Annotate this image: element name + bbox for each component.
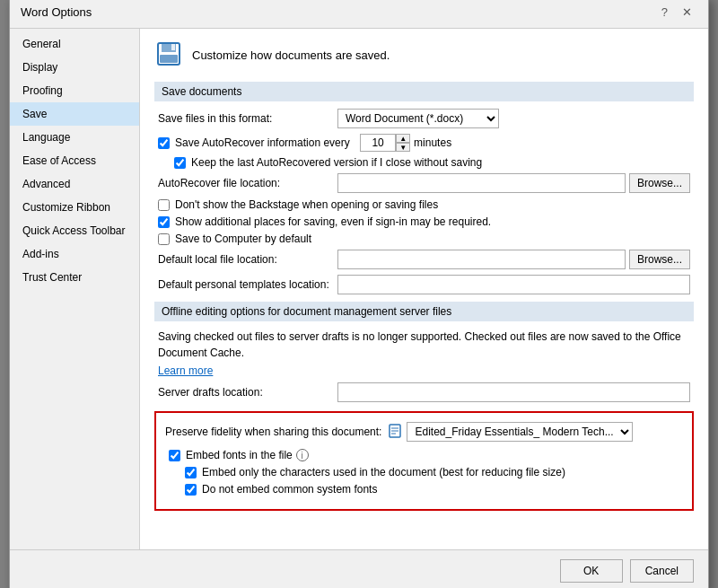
word-options-dialog: Word Options ? ✕ General Display Proofin…: [9, 0, 709, 588]
default-local-label: Default local file location:: [158, 253, 337, 266]
save-docs-header: Save documents: [154, 82, 694, 101]
sidebar-item-trust[interactable]: Trust Center: [10, 266, 139, 289]
offline-header: Offline editing options for document man…: [154, 302, 694, 321]
format-label: Save files in this format:: [158, 112, 337, 125]
sidebar-item-advanced[interactable]: Advanced: [10, 172, 139, 196]
offline-description: Saving checked out files to server draft…: [154, 329, 694, 361]
embed-fonts-row: Embed fonts in the file i: [165, 449, 683, 461]
cancel-button[interactable]: Cancel: [630, 559, 694, 583]
server-drafts-row: Server drafts location: C:\Users\srishti…: [154, 382, 694, 402]
server-drafts-label: Server drafts location:: [158, 386, 337, 399]
doc-icon: [389, 424, 401, 441]
sidebar: General Display Proofing Save Language E…: [10, 29, 140, 549]
autorecover-minutes-input[interactable]: [360, 134, 396, 152]
dialog-title: Word Options: [21, 5, 92, 19]
save-to-computer-row: Save to Computer by default: [154, 233, 694, 245]
title-bar-controls: ? ✕: [656, 4, 697, 21]
dialog-footer: OK Cancel: [10, 549, 708, 588]
svg-rect-2: [160, 55, 178, 63]
default-templates-row: Default personal templates location:: [154, 275, 694, 294]
preserve-section: Preserve fidelity when sharing this docu…: [154, 411, 694, 511]
sidebar-item-customize[interactable]: Customize Ribbon: [10, 196, 139, 219]
server-drafts-control: C:\Users\srishti.sisodia\Documents\Share…: [337, 382, 690, 402]
do-not-embed-row: Do not embed common system fonts: [165, 483, 683, 496]
preserve-document-select-group: Edited_Friday Essentials_ Modern Tech...: [389, 422, 633, 442]
autorecover-row: Save AutoRecover information every ▲ ▼ m…: [154, 134, 694, 152]
autorecover-label: Save AutoRecover information every: [175, 136, 350, 149]
embed-fonts-checkbox[interactable]: [169, 450, 180, 461]
sidebar-item-addins[interactable]: Add-ins: [10, 242, 139, 266]
format-row: Save files in this format: Word Document…: [154, 109, 694, 128]
embed-fonts-info-icon[interactable]: i: [296, 449, 309, 461]
browse-button-1[interactable]: Browse...: [629, 173, 690, 193]
save-to-computer-label: Save to Computer by default: [175, 233, 311, 245]
keep-version-checkbox[interactable]: [174, 157, 186, 169]
minutes-label: minutes: [414, 136, 451, 149]
do-not-embed-checkbox[interactable]: [185, 484, 197, 496]
autorecover-location-control: C:\Users\srishti.sisodia\AppData\Roaming…: [337, 173, 690, 193]
sidebar-item-proofing[interactable]: Proofing: [10, 79, 139, 102]
sidebar-item-display[interactable]: Display: [10, 56, 139, 79]
ok-button[interactable]: OK: [560, 559, 623, 583]
default-templates-input[interactable]: [337, 275, 690, 294]
default-local-row: Default local file location: C:\Users\sr…: [154, 250, 694, 269]
preserve-header-label: Preserve fidelity when sharing this docu…: [165, 426, 381, 438]
spinner-down[interactable]: ▼: [396, 143, 410, 152]
main-panel: Customize how documents are saved. Save …: [140, 29, 708, 549]
preserve-header-row: Preserve fidelity when sharing this docu…: [165, 422, 683, 442]
learn-more-link[interactable]: Learn more: [158, 364, 213, 377]
dont-show-backstage-row: Don't show the Backstage when opening or…: [154, 198, 694, 211]
embed-fonts-label: Embed fonts in the file: [186, 449, 293, 461]
autorecover-location-row: AutoRecover file location: C:\Users\sris…: [154, 173, 694, 193]
sidebar-item-language[interactable]: Language: [10, 126, 139, 149]
format-select[interactable]: Word Document (*.docx): [337, 109, 499, 128]
do-not-embed-label: Do not embed common system fonts: [202, 483, 377, 496]
sidebar-item-general[interactable]: General: [10, 32, 139, 56]
save-icon: [154, 39, 183, 71]
keep-version-row: Keep the last AutoRecovered version if I…: [154, 156, 694, 169]
embed-only-row: Embed only the characters used in the do…: [165, 466, 683, 478]
main-header: Customize how documents are saved.: [154, 39, 694, 71]
show-additional-places-row: Show additional places for saving, even …: [154, 215, 694, 228]
title-bar: Word Options ? ✕: [10, 0, 708, 29]
autorecover-checkbox[interactable]: [158, 137, 170, 149]
close-button[interactable]: ✕: [677, 4, 697, 21]
show-additional-places-checkbox[interactable]: [158, 216, 170, 228]
default-templates-label: Default personal templates location:: [158, 278, 337, 291]
dialog-content: General Display Proofing Save Language E…: [10, 29, 708, 549]
save-to-computer-checkbox[interactable]: [158, 233, 170, 245]
main-description: Customize how documents are saved.: [192, 48, 390, 62]
autorecover-location-input[interactable]: C:\Users\srishti.sisodia\AppData\Roaming…: [337, 173, 626, 193]
browse-button-2[interactable]: Browse...: [629, 250, 690, 269]
default-templates-control: [337, 275, 690, 294]
autorecover-location-label: AutoRecover file location:: [158, 177, 337, 189]
sidebar-item-quickaccess[interactable]: Quick Access Toolbar: [10, 219, 139, 242]
dont-show-backstage-checkbox[interactable]: [158, 199, 170, 211]
preserve-document-select[interactable]: Edited_Friday Essentials_ Modern Tech...: [407, 422, 633, 442]
spinner-buttons: ▲ ▼: [396, 134, 410, 152]
keep-version-label: Keep the last AutoRecovered version if I…: [191, 156, 482, 169]
dont-show-backstage-label: Don't show the Backstage when opening or…: [175, 198, 438, 211]
sidebar-item-ease[interactable]: Ease of Access: [10, 149, 139, 172]
format-control: Word Document (*.docx): [337, 109, 690, 128]
show-additional-places-label: Show additional places for saving, even …: [175, 215, 491, 228]
server-drafts-input[interactable]: C:\Users\srishti.sisodia\Documents\Share…: [337, 382, 690, 402]
default-local-input[interactable]: C:\Users\srishti.sisodia\Documents\: [337, 250, 626, 269]
embed-only-label: Embed only the characters used in the do…: [202, 466, 565, 478]
spinner-up[interactable]: ▲: [396, 134, 410, 143]
default-local-control: C:\Users\srishti.sisodia\Documents\ Brow…: [337, 250, 690, 269]
svg-rect-3: [171, 44, 175, 50]
embed-only-checkbox[interactable]: [185, 467, 197, 478]
help-button[interactable]: ?: [656, 4, 673, 21]
sidebar-item-save[interactable]: Save: [10, 102, 139, 126]
